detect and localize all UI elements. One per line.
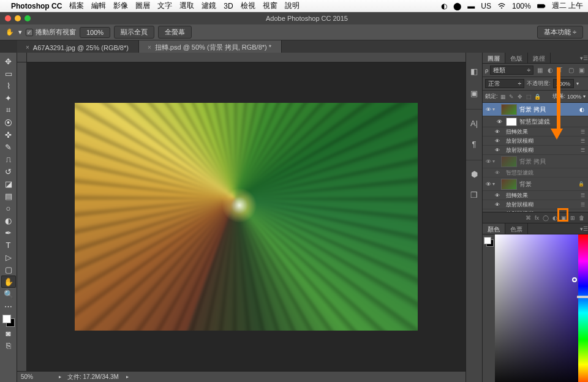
visibility-toggle[interactable]: 👁 [495,119,503,125]
layer-bg-copy-ghost[interactable]: 👁 ▾ 背景 拷貝 [483,155,588,168]
filter-radial-b1[interactable]: 👁放射狀模糊☰ [483,200,588,209]
clock[interactable]: 週二 上午 [552,1,583,11]
battery-icon[interactable] [537,2,546,10]
spot-heal-tool[interactable]: ✜ [1,129,16,141]
document-canvas[interactable] [27,62,466,371]
zoom-field[interactable]: 50% [21,373,51,380]
filter-icon[interactable]: ρ [485,67,488,73]
filter-options-icon[interactable]: ☰ [581,129,588,135]
zoom-100-button[interactable]: 100% [80,27,110,38]
status-icon-2[interactable]: ⬤ [453,2,461,10]
wifi-icon[interactable] [497,2,506,10]
new-layer-icon[interactable]: ⊞ [570,215,575,221]
workspace-switcher[interactable]: 基本功能 ÷ [537,26,583,39]
lock-transparency-icon[interactable]: ▦ [500,93,507,100]
filter-smart-icon[interactable]: ▣ [577,66,586,75]
ruler-origin[interactable] [17,53,27,62]
input-flag[interactable]: ▬ [467,2,475,10]
hand-tool[interactable]: ✋ [1,275,16,288]
blur-tool[interactable]: ○ [1,202,16,214]
history-brush-tool[interactable]: ↺ [1,165,16,178]
app-name[interactable]: Photoshop CC [11,2,62,10]
paragraph-panel-icon[interactable]: ¶ [468,138,480,150]
layer-bg-copy[interactable]: 👁 ▾ 背景 拷貝 ◐ [483,103,588,116]
zoom-window[interactable] [24,15,31,21]
tab-color[interactable]: 顏色 [483,223,505,234]
menu-layer[interactable]: 圖層 [135,1,150,11]
character-panel-icon[interactable]: A| [468,117,480,129]
expand-toggle[interactable]: ▾ [492,159,499,164]
filter-shape-icon[interactable]: ▢ [567,66,575,75]
doc-info[interactable]: 文件: 17.2M/34.3M [67,373,119,381]
lock-pixels-icon[interactable]: ✎ [508,93,515,100]
history-panel-icon[interactable]: ◧ [468,65,480,77]
blend-mode-select[interactable]: 正常÷ [485,79,524,88]
expand-toggle[interactable]: ▾ [492,107,499,112]
filter-pixel-icon[interactable]: ▦ [535,66,544,75]
menu-window[interactable]: 視窗 [263,1,277,11]
lasso-tool[interactable]: ⌇ [1,80,16,92]
scroll-all-windows-check[interactable]: ✓ 捲動所有視窗 [26,28,76,37]
ghost-smart-filters[interactable]: 👁智慧型濾鏡 [483,168,588,178]
close-window[interactable] [5,15,11,21]
visibility-toggle[interactable]: 👁 [484,107,492,113]
menu-type[interactable]: 文字 [157,1,172,11]
marquee-tool[interactable]: ▭ [1,67,16,80]
filter-adjust-icon[interactable]: ◐ [546,66,554,75]
filter-type-icon[interactable]: T [556,66,565,75]
tab-layers[interactable]: 圖層 [483,53,505,63]
crop-tool[interactable]: ⌗ [1,104,16,116]
zoom-tool[interactable]: 🔍 [1,288,16,300]
lock-all-icon[interactable]: 🔒 [534,93,541,100]
color-mini-swatches[interactable] [483,234,495,382]
close-icon[interactable]: × [26,44,29,51]
visibility-toggle[interactable]: 👁 [495,129,503,135]
adjustment-icon[interactable]: ◐ [552,215,557,221]
fx-icon[interactable]: fx [535,215,539,221]
smart-filters-header[interactable]: 👁 智慧型濾鏡 [483,116,588,127]
zoom-menu-icon[interactable]: ▸ [59,374,61,380]
3d-panel-icon[interactable]: ❒ [468,189,480,201]
pen-tool[interactable]: ✒ [1,227,16,239]
fit-screen-button[interactable]: 顯示全頁 [114,26,154,39]
status-icon-1[interactable]: ◐ [441,2,447,10]
layer-thumb[interactable] [501,179,517,190]
fullscreen-button[interactable]: 全螢幕 [158,26,192,39]
visibility-toggle[interactable]: 👁 [495,148,503,153]
filter-radial-1[interactable]: 👁放射狀模糊☰ [483,137,588,146]
tab-swatches[interactable]: 色票 [505,223,528,234]
menu-select[interactable]: 選取 [179,1,194,11]
input-lang[interactable]: US [481,2,491,10]
libraries-panel-icon[interactable]: ⬢ [468,168,480,180]
menu-image[interactable]: 影像 [113,1,128,11]
filter-twirl-b[interactable]: 👁扭轉效果☰ [483,191,588,200]
opacity-field[interactable]: 100% [553,79,574,88]
menu-3d[interactable]: 3D [224,2,233,10]
traffic-lights[interactable] [5,15,31,21]
tab-channels[interactable]: 色版 [505,53,528,63]
menu-view[interactable]: 檢視 [241,1,255,11]
filter-options-icon[interactable]: ☰ [581,138,588,144]
menu-help[interactable]: 說明 [285,1,300,11]
visibility-toggle[interactable]: 👁 [495,138,503,144]
ruler-horizontal[interactable] [27,53,466,62]
panel-menu-icon[interactable]: ▾☰ [579,53,588,63]
link-layers-icon[interactable]: ⌘ [526,215,531,221]
layer-thumb[interactable] [501,156,517,167]
hue-slider[interactable] [578,234,588,382]
brush-tool[interactable]: ✎ [1,141,16,153]
stamp-tool[interactable]: ⎍ [1,153,16,165]
menu-filter[interactable]: 濾鏡 [202,1,216,11]
properties-panel-icon[interactable]: ▣ [468,87,480,99]
wand-tool[interactable]: ✦ [1,92,16,104]
close-icon[interactable]: × [148,44,151,51]
color-cursor[interactable] [572,277,577,282]
trash-icon[interactable]: 🗑 [579,215,584,221]
fill-field[interactable]: 100% [567,94,581,100]
shape-tool[interactable]: ▢ [1,263,16,275]
filter-options-icon[interactable]: ☰ [581,148,588,153]
menu-edit[interactable]: 編輯 [91,1,106,11]
panel-menu-icon[interactable]: ▾☰ [579,223,588,234]
quickmask-toggle[interactable]: ◙ [1,327,16,339]
visibility-toggle[interactable]: 👁 [484,159,492,165]
